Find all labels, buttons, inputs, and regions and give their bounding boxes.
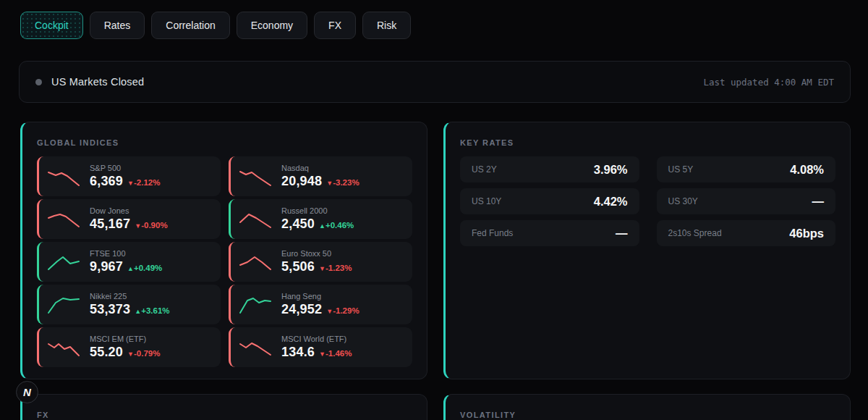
nextjs-dev-badge[interactable]: N xyxy=(16,381,38,403)
rate-value: — xyxy=(812,195,825,209)
index-value: 55.20 xyxy=(90,345,123,360)
rate-row-fed-funds: Fed Funds — xyxy=(460,220,639,246)
change-arrow-icon: ▲ xyxy=(319,222,326,230)
index-name: FTSE 100 xyxy=(90,249,162,258)
index-change: ▼-1.29% xyxy=(326,306,359,315)
sparkline-chart xyxy=(239,294,272,316)
index-change: ▼-2.12% xyxy=(127,178,160,187)
change-arrow-icon: ▼ xyxy=(319,265,326,272)
rate-value: 4.42% xyxy=(594,195,628,209)
tab-risk[interactable]: Risk xyxy=(362,12,411,39)
index-tile-ftse-100: FTSE 100 9,967 ▲+0.49% xyxy=(37,242,221,282)
index-tile-nikkei-225: Nikkei 225 53,373 ▲+3.61% xyxy=(37,285,221,324)
rate-value: — xyxy=(616,227,628,240)
last-updated-text: Last updated 4:00 AM EDT xyxy=(703,77,834,88)
sparkline-chart xyxy=(47,251,80,273)
index-name: Nikkei 225 xyxy=(90,292,170,301)
sparkline-chart xyxy=(239,251,272,273)
index-change: ▼-0.79% xyxy=(127,349,160,358)
rate-row-us-30y: US 30Y — xyxy=(657,188,836,214)
rate-label: Fed Funds xyxy=(472,228,513,238)
panel-title: KEY RATES xyxy=(460,138,835,147)
change-arrow-icon: ▼ xyxy=(319,350,326,358)
rate-label: US 5Y xyxy=(668,164,694,175)
index-name: Euro Stoxx 50 xyxy=(281,249,352,258)
panel-title: FX xyxy=(37,411,412,419)
rate-label: US 30Y xyxy=(668,196,698,206)
index-value: 45,167 xyxy=(90,217,130,232)
rate-row-us-10y: US 10Y 4.42% xyxy=(460,188,639,214)
index-tile-dow-jones: Dow Jones 45,167 ▼-0.90% xyxy=(37,199,221,239)
index-tile-nasdaq: Nasdaq 20,948 ▼-3.23% xyxy=(229,156,412,196)
rate-row-us-5y: US 5Y 4.08% xyxy=(657,156,836,182)
fx-panel: FX xyxy=(20,394,427,420)
tab-rates[interactable]: Rates xyxy=(90,12,145,39)
dashboard-grid: GLOBAL INDICES S&P 500 6,369 ▼-2.12% Nas… xyxy=(20,122,851,420)
sparkline-chart xyxy=(239,209,272,230)
index-name: S&P 500 xyxy=(90,164,160,172)
index-name: Russell 2000 xyxy=(281,206,354,215)
rate-label: 2s10s Spread xyxy=(668,228,722,238)
change-arrow-icon: ▼ xyxy=(135,222,141,230)
index-value: 9,967 xyxy=(90,259,123,274)
rate-value: 4.08% xyxy=(790,163,824,177)
rate-label: US 2Y xyxy=(472,164,497,175)
index-tile-grid: S&P 500 6,369 ▼-2.12% Nasdaq 20,948 ▼-3.… xyxy=(37,156,412,367)
market-status-dot xyxy=(35,79,42,85)
global-indices-panel: GLOBAL INDICES S&P 500 6,369 ▼-2.12% Nas… xyxy=(20,122,427,379)
index-tile-hang-seng: Hang Seng 24,952 ▼-1.29% xyxy=(229,285,412,324)
index-tile-russell-2000: Russell 2000 2,450 ▲+0.46% xyxy=(229,199,412,239)
rate-label: US 10Y xyxy=(472,196,501,206)
sparkline-chart xyxy=(47,209,80,230)
index-name: Hang Seng xyxy=(281,292,359,301)
index-change: ▼-3.23% xyxy=(326,178,359,187)
rate-row-us-2y: US 2Y 3.96% xyxy=(460,156,639,182)
index-tile-msci-world: MSCI World (ETF) 134.6 ▼-1.46% xyxy=(229,327,412,367)
rate-value: 3.96% xyxy=(594,163,628,177)
index-change: ▲+0.49% xyxy=(127,264,162,272)
index-name: Nasdaq xyxy=(281,164,359,172)
index-value: 24,952 xyxy=(281,302,322,317)
sparkline-chart xyxy=(47,337,80,358)
tab-bar: Cockpit Rates Correlation Economy FX Ris… xyxy=(20,12,411,39)
index-name: Dow Jones xyxy=(90,206,168,215)
sparkline-chart xyxy=(47,166,80,188)
rate-row-2s10s-spread: 2s10s Spread 46bps xyxy=(657,220,836,246)
change-arrow-icon: ▲ xyxy=(135,308,141,315)
panel-title: VOLATILITY xyxy=(460,411,835,419)
index-value: 5,506 xyxy=(281,259,315,274)
sparkline-chart xyxy=(239,166,272,188)
index-value: 134.6 xyxy=(281,345,315,360)
index-change: ▼-0.90% xyxy=(135,221,167,230)
market-status-bar: US Markets Closed Last updated 4:00 AM E… xyxy=(19,61,851,103)
change-arrow-icon: ▲ xyxy=(127,265,134,272)
index-value: 2,450 xyxy=(281,217,315,232)
index-value: 6,369 xyxy=(90,174,123,189)
index-change: ▲+3.61% xyxy=(135,306,169,315)
rate-value: 46bps xyxy=(789,227,824,240)
market-status-text: US Markets Closed xyxy=(51,76,144,88)
tab-cockpit[interactable]: Cockpit xyxy=(20,12,83,39)
panel-title: GLOBAL INDICES xyxy=(37,138,412,147)
index-change: ▼-1.46% xyxy=(319,349,352,358)
index-value: 53,373 xyxy=(90,302,130,317)
key-rates-grid: US 2Y 3.96% US 5Y 4.08% US 10Y 4.42% US … xyxy=(460,156,835,246)
change-arrow-icon: ▼ xyxy=(127,180,134,187)
change-arrow-icon: ▼ xyxy=(326,308,333,315)
tab-economy[interactable]: Economy xyxy=(237,12,307,39)
index-name: MSCI EM (ETF) xyxy=(90,335,160,343)
tab-correlation[interactable]: Correlation xyxy=(151,12,229,39)
sparkline-chart xyxy=(47,294,80,316)
index-name: MSCI World (ETF) xyxy=(281,335,352,343)
index-tile-sp500: S&P 500 6,369 ▼-2.12% xyxy=(37,156,221,196)
change-arrow-icon: ▼ xyxy=(127,350,134,358)
index-value: 20,948 xyxy=(281,174,322,189)
sparkline-chart xyxy=(239,337,272,358)
tab-fx[interactable]: FX xyxy=(314,12,356,39)
volatility-panel: VOLATILITY xyxy=(443,394,851,420)
index-tile-euro-stoxx-50: Euro Stoxx 50 5,506 ▼-1.23% xyxy=(229,242,412,282)
index-change: ▼-1.23% xyxy=(319,264,352,272)
key-rates-panel: KEY RATES US 2Y 3.96% US 5Y 4.08% US 10Y… xyxy=(443,122,851,379)
change-arrow-icon: ▼ xyxy=(326,180,333,187)
index-tile-msci-em: MSCI EM (ETF) 55.20 ▼-0.79% xyxy=(37,327,221,367)
